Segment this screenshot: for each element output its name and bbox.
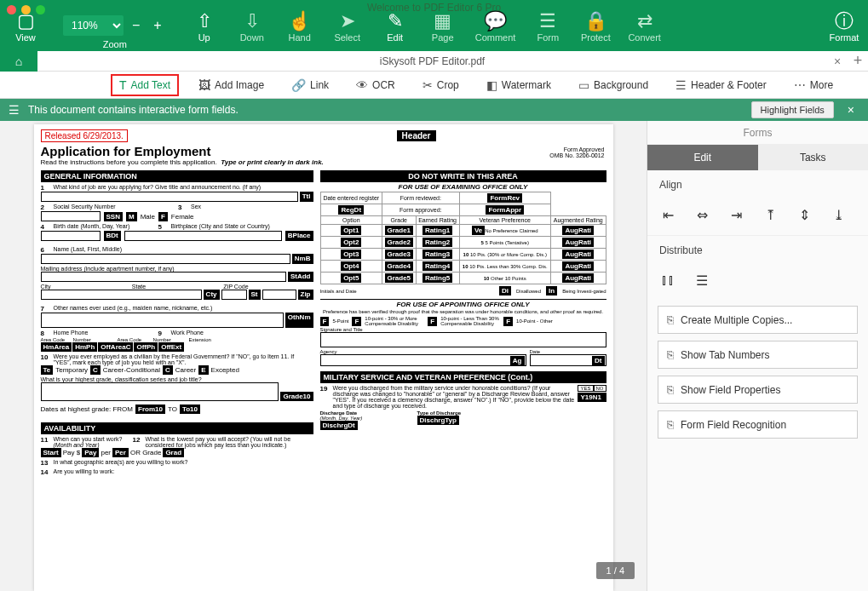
link-icon: 🔗 bbox=[291, 78, 306, 92]
date-input[interactable]: Dt bbox=[530, 354, 606, 366]
m-tag: M bbox=[126, 212, 137, 221]
state-input[interactable] bbox=[221, 290, 247, 300]
highlight-fields-button[interactable]: Highlight Fields bbox=[751, 101, 834, 118]
home-button[interactable]: ⌂ bbox=[0, 51, 37, 72]
align-right-icon[interactable]: ⇥ bbox=[727, 206, 744, 223]
bplace-input[interactable] bbox=[124, 231, 282, 241]
align-left-icon[interactable]: ⇤ bbox=[659, 206, 676, 223]
link-label: Link bbox=[310, 79, 329, 91]
q12c-label: per bbox=[101, 449, 111, 456]
ocr-icon: 👁 bbox=[356, 78, 368, 92]
q8-label: Home Phone bbox=[54, 330, 156, 336]
q1-input[interactable] bbox=[41, 192, 298, 202]
q7-label: Other names ever used (e.g., maiden name… bbox=[54, 305, 313, 311]
zip-tag: Zip bbox=[298, 290, 313, 300]
examining-header: FOR USE OF EXAMINING OFFICE ONLY bbox=[320, 182, 606, 192]
more-button[interactable]: ⋯More bbox=[786, 75, 841, 95]
city-input[interactable] bbox=[41, 290, 202, 300]
document-tab[interactable]: iSkysoft PDF Editor.pdf bbox=[37, 51, 827, 72]
align-top-icon[interactable]: ⤒ bbox=[762, 206, 779, 223]
per-tag: Per bbox=[112, 448, 129, 457]
offph-tag: OffPh bbox=[134, 342, 158, 352]
q6-label: Name (Last, First, Middle) bbox=[54, 246, 313, 252]
watermark-icon: ◧ bbox=[486, 78, 497, 92]
q10b-label: Career-Conditional bbox=[103, 366, 160, 374]
stadd-input[interactable] bbox=[41, 272, 286, 282]
add-image-button[interactable]: 🖼Add Image bbox=[191, 75, 272, 95]
zoom-in-button[interactable]: + bbox=[148, 16, 166, 35]
zip-input[interactable] bbox=[262, 290, 296, 300]
add-image-label: Add Image bbox=[215, 79, 264, 91]
tab-tasks[interactable]: Tasks bbox=[758, 145, 869, 170]
protect-label: Protect bbox=[581, 32, 611, 43]
ocr-button[interactable]: 👁OCR bbox=[348, 75, 403, 95]
male-label: Male bbox=[141, 213, 155, 221]
align-center-h-icon[interactable]: ⇔ bbox=[693, 206, 710, 223]
form-field-recognition-button[interactable]: ⎘Form Field Recognition bbox=[658, 410, 858, 439]
ssn-tag: SSN bbox=[104, 212, 123, 221]
distribute-v-icon[interactable]: ☰ bbox=[693, 272, 710, 289]
q4-label: Birth date (Month, Day, Year) bbox=[54, 223, 156, 229]
align-section-label: Align bbox=[647, 170, 868, 199]
q6b-label: Mailing address (include apartment numbe… bbox=[41, 266, 313, 272]
grade-input[interactable] bbox=[41, 382, 279, 401]
tabnum-icon: ⎘ bbox=[667, 348, 674, 361]
sig-input[interactable] bbox=[320, 332, 606, 347]
zoom-select[interactable]: 110% bbox=[63, 15, 124, 36]
header-footer-label: Header & Footer bbox=[691, 79, 767, 91]
q13-label: In what geographic area(s) are you willi… bbox=[54, 459, 313, 465]
document-viewport[interactable]: Released 6/29/2013. Header Application f… bbox=[0, 121, 647, 591]
cty-tag: Cty bbox=[204, 290, 220, 300]
q19-label: Were you discharged from the military se… bbox=[333, 385, 576, 409]
fieldprop-icon: ⎘ bbox=[667, 383, 674, 396]
q9-label: Work Phone bbox=[171, 330, 313, 336]
distribute-h-icon[interactable]: ⫿⫿ bbox=[659, 272, 676, 289]
show-tab-label: Show Tab Numbers bbox=[681, 349, 770, 361]
main-toolbar: Welcome to PDF Editor 6 Pro ▢ View 110% … bbox=[0, 0, 868, 51]
form-instruction-b: Type or print clearly in dark ink. bbox=[221, 158, 324, 166]
form-notice-text: This document contains interactive form … bbox=[28, 104, 239, 116]
crop-button[interactable]: ✂Crop bbox=[415, 75, 467, 95]
grad-tag: Grad bbox=[163, 448, 184, 457]
align-center-v-icon[interactable]: ⇕ bbox=[796, 206, 813, 223]
othnm-tag: OthNm bbox=[285, 313, 313, 328]
bdt-input[interactable] bbox=[41, 231, 101, 241]
background-button[interactable]: ▭Background bbox=[571, 75, 656, 95]
watermark-button[interactable]: ◧Watermark bbox=[479, 75, 559, 95]
convert-label: Convert bbox=[628, 32, 661, 43]
section-availability: AVAILABILITY bbox=[41, 422, 313, 434]
background-icon: ▭ bbox=[578, 78, 589, 92]
form-approved: Form ApprovedOMB No. 3206-0012 bbox=[549, 146, 604, 158]
form-instruction-a: Read the instructions before you complet… bbox=[41, 158, 217, 166]
right-panel-title: Forms bbox=[647, 121, 868, 145]
close-tab-button[interactable]: × bbox=[827, 55, 848, 68]
header-footer-icon: ☰ bbox=[675, 78, 687, 92]
notice-close-button[interactable]: × bbox=[842, 103, 859, 117]
view-label: View bbox=[15, 32, 36, 43]
q3-label: Sex bbox=[191, 204, 313, 209]
name-input[interactable] bbox=[41, 254, 290, 264]
tab-edit[interactable]: Edit bbox=[647, 145, 758, 170]
form-label: Form bbox=[537, 32, 560, 43]
show-field-properties-button[interactable]: ⎘Show Field Properties bbox=[658, 376, 858, 404]
show-tab-numbers-button[interactable]: ⎘Show Tab Numbers bbox=[658, 341, 858, 369]
link-button[interactable]: 🔗Link bbox=[284, 75, 336, 95]
align-bottom-icon[interactable]: ⤓ bbox=[830, 206, 847, 223]
header-footer-button[interactable]: ☰Header & Footer bbox=[668, 75, 774, 95]
section-military: MILITARY SERVICE AND VETERAN PREFERENCE … bbox=[320, 371, 606, 383]
add-text-label: Add Text bbox=[131, 79, 170, 91]
create-copies-button[interactable]: ⎘Create Multiple Copies... bbox=[658, 306, 858, 334]
zoom-out-button[interactable]: − bbox=[127, 16, 145, 35]
ssn-input[interactable] bbox=[41, 211, 101, 221]
edit-label: Edit bbox=[387, 32, 403, 43]
image-icon: 🖼 bbox=[198, 78, 210, 92]
add-text-button[interactable]: TAdd Text bbox=[111, 74, 179, 96]
q10g-label: TO bbox=[168, 405, 177, 413]
othnm-input[interactable] bbox=[41, 313, 284, 328]
agency-input[interactable]: Ag bbox=[320, 354, 526, 366]
hmarea-tag: HmArea bbox=[41, 342, 72, 352]
page-indicator: 1 / 4 bbox=[596, 562, 635, 579]
more-icon: ⋯ bbox=[794, 78, 806, 92]
q5-label: Birthplace (City and State or Country) bbox=[171, 223, 313, 229]
add-tab-button[interactable]: + bbox=[848, 52, 868, 70]
